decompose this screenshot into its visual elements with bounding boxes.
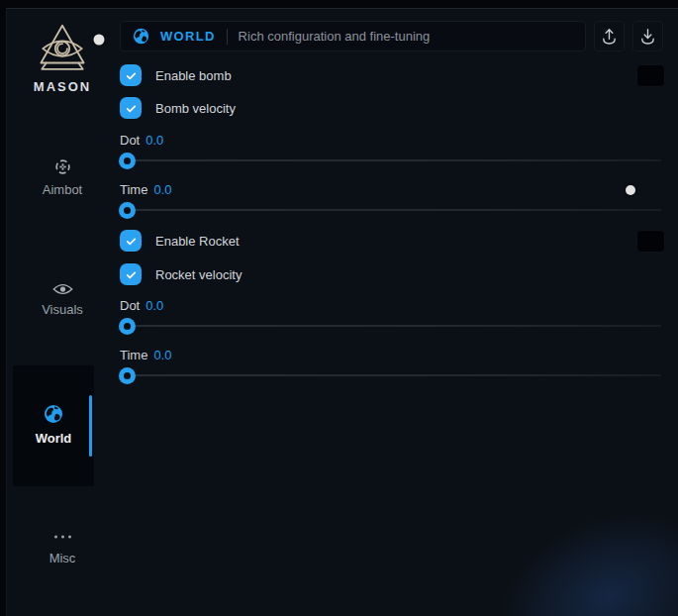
checkmark-icon	[124, 68, 139, 83]
sidebar-item-label: Aimbot	[7, 182, 118, 197]
page-subtitle: Rich configuration and fine-tuning	[239, 29, 431, 44]
page-header: WORLD Rich configuration and fine-tuning	[120, 21, 586, 51]
setting-row: Enable bomb	[120, 64, 661, 86]
rocket-velocity-checkbox[interactable]	[120, 263, 142, 285]
slider-track	[120, 374, 661, 376]
slider-name: Time	[120, 182, 147, 197]
globe-icon	[133, 28, 149, 45]
slider-label: Dot 0.0	[120, 298, 661, 313]
sidebar-item-misc[interactable]: Misc	[7, 530, 118, 565]
globe-icon	[13, 404, 94, 424]
bomb-dot-slider[interactable]	[120, 153, 661, 169]
slider-knob[interactable]	[119, 202, 136, 219]
checkbox-label: Enable Rocket	[155, 234, 240, 249]
enable-rocket-checkbox[interactable]	[120, 230, 142, 252]
slider-knob[interactable]	[119, 318, 136, 335]
upload-icon	[600, 27, 619, 46]
slider-name: Time	[120, 348, 147, 362]
bomb-color-swatch[interactable]	[636, 64, 665, 87]
slider-label: Time 0.0	[120, 348, 661, 362]
header-divider	[227, 29, 228, 45]
page-title: WORLD	[160, 29, 216, 44]
slider-knob[interactable]	[119, 367, 136, 384]
eye-icon	[7, 282, 118, 296]
sidebar-item-label: Visuals	[7, 302, 118, 317]
active-tab-indicator	[89, 395, 92, 457]
upload-config-button[interactable]	[594, 21, 625, 51]
slider-track	[120, 209, 661, 211]
rocket-dot-slider[interactable]	[120, 318, 661, 335]
slider-name: Dot	[120, 133, 140, 148]
sidebar-item-label: Misc	[7, 551, 118, 565]
checkmark-icon	[124, 101, 139, 116]
bomb-time-slider[interactable]	[120, 202, 661, 219]
setting-row: Enable Rocket	[120, 230, 661, 252]
sidebar-item-world[interactable]: World	[13, 365, 94, 486]
slider-value: 0.0	[145, 298, 163, 313]
slider-name: Dot	[120, 298, 140, 313]
sidebar: MASON Aimbot	[7, 9, 118, 616]
header-row: WORLD Rich configuration and fine-tuning	[120, 21, 663, 51]
setting-row: Rocket velocity	[120, 263, 661, 285]
settings-content: Enable bomb Bomb velocity Dot 0.0	[118, 64, 678, 384]
sidebar-item-visuals[interactable]: Visuals	[7, 282, 118, 317]
sidebar-item-label: World	[13, 431, 94, 446]
sidebar-item-aimbot[interactable]: Aimbot	[7, 157, 118, 197]
masonic-eye-icon	[7, 23, 118, 76]
crosshair-icon	[7, 157, 118, 176]
slider-track	[120, 325, 661, 327]
rocket-time-slider[interactable]	[120, 367, 661, 384]
slider-value: 0.0	[153, 182, 171, 197]
enable-bomb-checkbox[interactable]	[120, 64, 142, 86]
setting-row: Bomb velocity	[120, 97, 661, 119]
mason-menu-window: MASON Aimbot	[6, 8, 678, 616]
download-config-button[interactable]	[632, 21, 663, 51]
slider-label: Dot 0.0	[120, 133, 661, 148]
logo: MASON	[7, 23, 118, 94]
checkmark-icon	[124, 267, 139, 282]
download-icon	[638, 27, 657, 46]
checkbox-label: Bomb velocity	[155, 101, 236, 116]
checkbox-label: Enable bomb	[155, 68, 232, 83]
slider-label: Time 0.0	[120, 182, 661, 197]
checkmark-icon	[124, 234, 139, 249]
slider-knob[interactable]	[119, 153, 136, 169]
bomb-velocity-checkbox[interactable]	[120, 97, 142, 119]
slider-value: 0.0	[145, 133, 163, 148]
logo-text: MASON	[7, 79, 118, 94]
main-panel: WORLD Rich configuration and fine-tuning	[118, 9, 678, 616]
slider-value: 0.0	[153, 348, 171, 362]
ellipsis-icon	[7, 534, 118, 540]
rocket-color-swatch[interactable]	[636, 230, 665, 253]
slider-track	[120, 159, 661, 161]
checkbox-label: Rocket velocity	[155, 267, 242, 282]
